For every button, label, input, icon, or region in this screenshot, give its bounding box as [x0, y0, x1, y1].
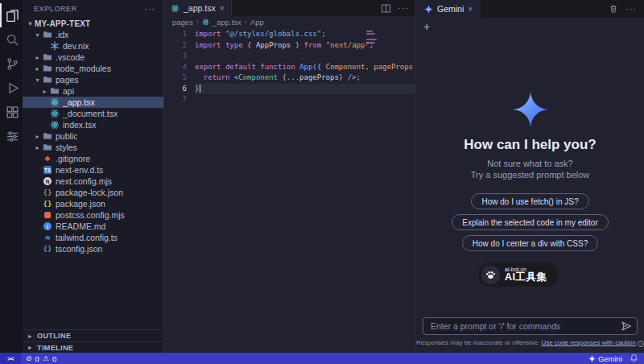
tree-item-next-env-d-ts[interactable]: TSnext-env.d.ts: [23, 164, 163, 176]
tree-item-tailwind-config-ts[interactable]: ≈tailwind.config.ts: [23, 232, 163, 243]
notifications-bell-icon[interactable]: [630, 354, 638, 364]
tab-app-tsx[interactable]: _app.tsx ×: [164, 0, 232, 16]
paw-icon: [481, 266, 500, 284]
code-line[interactable]: export default function App({ Component,…: [195, 62, 415, 73]
gemini-subtext-line1: Not sure what to ask?: [487, 159, 572, 168]
code-line[interactable]: import "@/styles/globals.css";: [195, 29, 415, 40]
tree-item--vscode[interactable]: ▸.vscode: [23, 52, 163, 63]
remote-indicator[interactable]: ><: [0, 353, 21, 364]
tree-item-api[interactable]: ▸api: [23, 85, 163, 97]
text-cursor: [200, 85, 200, 93]
breadcrumb-pages[interactable]: pages: [172, 18, 193, 27]
code-line[interactable]: return <Component {...pageProps} />;: [195, 72, 415, 84]
code-content[interactable]: import "@/styles/globals.css";import typ…: [195, 29, 415, 353]
tree-item-package-lock-json[interactable]: {}package-lock.json: [23, 187, 163, 198]
outline-section[interactable]: ▸ OUTLINE: [23, 330, 163, 341]
gemini-spark-logo: [513, 92, 548, 127]
explorer-header: EXPLORER ···: [23, 0, 163, 18]
file-tree: ▾MY-APP-TEXT▾.idxdev.nix▸.vscode▸node_mo…: [23, 18, 163, 329]
error-count: 0: [35, 354, 39, 363]
gemini-more-icon[interactable]: ···: [625, 4, 637, 14]
tab-label: _app.tsx: [184, 3, 216, 13]
tree-item-package-json[interactable]: {}package.json: [23, 198, 163, 209]
line-number: 4: [164, 62, 187, 73]
breadcrumb-symbol[interactable]: App: [250, 18, 264, 27]
gemini-status-item[interactable]: Gemini: [588, 354, 622, 363]
chevron-right-icon: ▸: [33, 65, 42, 72]
tree-item-public[interactable]: ▸public: [23, 130, 163, 142]
search-icon[interactable]: [0, 27, 23, 52]
problems-indicator[interactable]: ⊘ 0 ⚠ 0: [21, 354, 56, 363]
nix-icon: [49, 41, 60, 51]
code-line[interactable]: import type { AppProps } from "next/app"…: [195, 40, 415, 52]
new-chat-button[interactable]: +: [423, 21, 430, 32]
suggested-prompt-chip[interactable]: Explain the selected code in my editor: [452, 214, 608, 230]
code-line[interactable]: [195, 94, 415, 105]
tree-item-my-app-text[interactable]: ▾MY-APP-TEXT: [23, 18, 163, 29]
gemini-toolbar: +: [416, 18, 644, 35]
tree-item-label: styles: [56, 143, 77, 152]
tree-item--document-tsx[interactable]: _document.tsx: [23, 108, 163, 119]
tree-item-node-modules[interactable]: ▸node_modules: [23, 63, 163, 74]
tree-item-index-tsx[interactable]: index.tsx: [23, 119, 163, 130]
line-number: 5: [164, 72, 187, 84]
suggested-prompt-chip[interactable]: How do I use fetch() in JS?: [471, 193, 588, 209]
disclaimer-link[interactable]: Use code responses with caution: [542, 339, 636, 346]
close-icon[interactable]: ×: [468, 5, 473, 14]
explorer-more-icon[interactable]: ···: [144, 4, 155, 14]
trash-icon[interactable]: [609, 4, 618, 14]
gemini-panel: Gemini × ··· + How can I help you?: [415, 0, 644, 353]
react-icon: [49, 97, 60, 107]
prompt-input-wrap: [416, 317, 644, 335]
tree-item-label: api: [63, 86, 74, 96]
close-icon[interactable]: ×: [220, 4, 225, 13]
tree-item-postcss-config-mjs[interactable]: postcss.config.mjs: [23, 209, 163, 221]
code-line[interactable]: }: [195, 84, 415, 95]
tree-item-label: index.tsx: [63, 120, 96, 130]
json-icon: {}: [42, 200, 53, 208]
chevron-down-icon: ▾: [33, 31, 42, 39]
folder-icon: [42, 131, 53, 141]
folder-icon: [42, 64, 53, 73]
tree-item-label: postcss.config.mjs: [56, 210, 125, 220]
code-line[interactable]: [195, 51, 415, 62]
split-editor-icon[interactable]: [381, 3, 391, 14]
tune-icon[interactable]: [0, 124, 23, 148]
run-debug-icon[interactable]: [0, 76, 23, 100]
tree-item-next-config-mjs[interactable]: Nnext.config.mjs: [23, 176, 163, 187]
tree-item-tsconfig-json[interactable]: {}tsconfig.json: [23, 243, 163, 254]
tree-item--idx[interactable]: ▾.idx: [23, 29, 163, 40]
gemini-disclaimer: Responses may be inaccurate or offensive…: [416, 339, 644, 350]
folder-icon: [42, 75, 53, 85]
tree-item-dev-nix[interactable]: dev.nix: [23, 40, 163, 52]
tree-item-label: .gitignore: [56, 154, 90, 163]
breadcrumb[interactable]: pages › _app.tsx › App: [164, 16, 415, 27]
tree-item-readme-md[interactable]: iREADME.md: [23, 221, 163, 232]
timeline-label: TIMELINE: [37, 344, 73, 352]
tree-item-label: MY-APP-TEXT: [35, 19, 90, 28]
chevron-right-icon: ›: [196, 18, 199, 26]
line-number: 1: [164, 29, 187, 40]
editor-more-icon[interactable]: ···: [398, 3, 409, 13]
tree-item-label: tsconfig.json: [56, 244, 102, 254]
suggested-prompt-chip[interactable]: How do I center a div with CSS?: [462, 235, 598, 251]
minimap[interactable]: [366, 31, 377, 50]
code-editor[interactable]: 1234567 import "@/styles/globals.css";im…: [164, 27, 415, 353]
tree-item--gitignore[interactable]: .gitignore: [23, 153, 163, 164]
chevron-right-icon: ▸: [26, 333, 35, 340]
timeline-section[interactable]: ▸ TIMELINE: [23, 341, 163, 353]
tree-item-pages[interactable]: ▾pages: [23, 74, 163, 85]
tab-gemini[interactable]: Gemini ×: [416, 0, 481, 18]
source-control-icon[interactable]: [0, 52, 23, 76]
tree-item-label: dev.nix: [63, 41, 89, 51]
explorer-icon[interactable]: [0, 3, 23, 27]
explorer-title: EXPLORER: [34, 5, 77, 13]
folder-icon: [49, 86, 60, 96]
breadcrumb-file[interactable]: _app.tsx: [213, 18, 242, 27]
prompt-input[interactable]: [423, 317, 638, 335]
tree-item-label: .idx: [56, 30, 68, 39]
extensions-icon[interactable]: [0, 100, 23, 124]
tree-item--app-tsx[interactable]: _app.tsx: [23, 97, 163, 108]
send-icon[interactable]: [621, 321, 632, 332]
tree-item-styles[interactable]: ▸styles: [23, 142, 163, 153]
